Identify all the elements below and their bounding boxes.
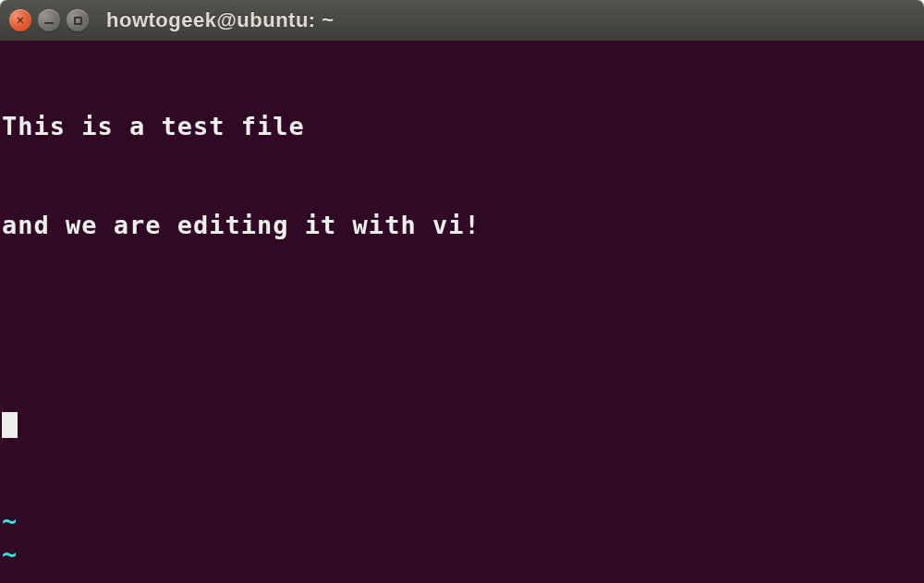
cursor-block xyxy=(2,412,18,438)
editor-content: This is a test file and we are editing i… xyxy=(2,44,922,583)
minimize-button[interactable] xyxy=(38,9,60,31)
maximize-icon xyxy=(74,17,82,25)
minimize-icon xyxy=(44,22,54,25)
empty-line-tilde: ~ xyxy=(2,538,922,571)
empty-line-tilde: ~ xyxy=(2,570,922,583)
content-line: and we are editing it with vi! xyxy=(2,209,922,242)
cursor-line xyxy=(2,406,922,439)
close-icon: ✕ xyxy=(17,13,24,26)
window-titlebar: ✕ howtogeek@ubuntu: ~ xyxy=(0,0,924,41)
close-button[interactable]: ✕ xyxy=(9,9,31,31)
window-title: howtogeek@ubuntu: ~ xyxy=(106,8,334,32)
empty-line-tilde: ~ xyxy=(2,504,922,538)
terminal-window: ✕ howtogeek@ubuntu: ~ This is a test fil… xyxy=(0,0,924,583)
terminal-body[interactable]: This is a test file and we are editing i… xyxy=(0,41,924,583)
blank-line xyxy=(2,308,922,340)
maximize-button[interactable] xyxy=(67,9,89,31)
content-line: This is a test file xyxy=(2,110,922,143)
